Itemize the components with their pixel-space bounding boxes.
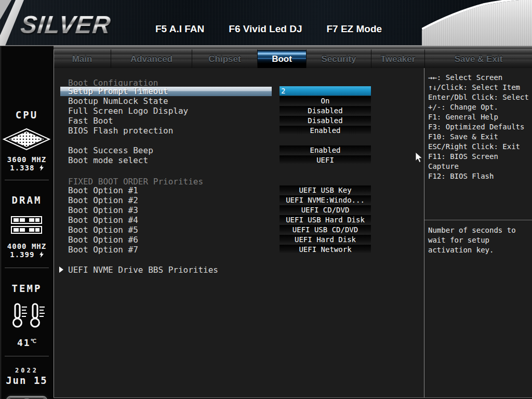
setting-row-setup-prompt-timeout[interactable]: Setup Prompt Timeout 2: [54, 86, 424, 96]
setting-description: Number of seconds to wait for setup acti…: [428, 225, 528, 255]
help-key: ↑↓/Click: Select Item: [428, 83, 530, 92]
setting-value[interactable]: Disabled: [280, 106, 371, 115]
menu-tabbar: Main Advanced Chipset Boot Security Twea…: [54, 49, 532, 68]
help-key: F3: Optimized Defaults: [428, 122, 530, 132]
setting-row-boot-mode-select[interactable]: Boot mode select UEFI: [54, 155, 424, 165]
cpu-frequency: 3600 MHZ: [0, 155, 54, 164]
setting-value[interactable]: Disabled: [280, 116, 371, 125]
tab-save-exit[interactable]: Save & Exit: [424, 49, 532, 68]
ram-icon: [0, 215, 54, 236]
mouse-cursor-icon: [415, 152, 423, 163]
banner-hotkeys: F5 A.I FAN F6 Vivid Led DJ F7 EZ Mode: [155, 23, 382, 35]
cpu-voltage: 1.338: [0, 164, 54, 172]
help-key: F12: BIOS Flash: [428, 171, 530, 181]
lightning-bolt-icon: [39, 251, 44, 258]
bios-setup-screen: SILVER F5 A.I FAN F6 Vivid Led DJ F7 EZ …: [0, 0, 532, 399]
setting-value[interactable]: Enabled: [280, 145, 371, 155]
tabbar-top-strip: [54, 46, 532, 49]
help-key: +/-: Change Opt.: [428, 102, 530, 112]
f7-ez-mode-button[interactable]: F7 EZ Mode: [326, 23, 382, 35]
content-left-border: [54, 49, 54, 398]
silver-logo: SILVER: [19, 10, 112, 39]
tab-advanced[interactable]: Advanced: [111, 49, 192, 68]
date-year: 2022: [0, 367, 54, 374]
help-panel-border: [424, 68, 424, 398]
top-banner: SILVER F5 A.I FAN F6 Vivid Led DJ F7 EZ …: [0, 0, 532, 46]
dram-voltage: 1.399: [0, 250, 54, 259]
lightning-bolt-icon: [39, 165, 44, 171]
hardware-monitor-sidebar: CPU 3600 MHZ 1.338 DRAM: [0, 46, 54, 399]
setting-value[interactable]: UEFI Network: [280, 245, 371, 254]
setting-row-boot-option-2[interactable]: Boot Option #2 UEFI NVME:Windo...: [54, 195, 424, 205]
cpu-section-title: CPU: [0, 109, 54, 121]
content-bottom-border: [54, 397, 532, 398]
help-panel-divider: [424, 220, 532, 220]
setting-value[interactable]: UEFI USB CD/DVD: [280, 225, 371, 234]
setting-row-fullscreen-logo[interactable]: Full Screen Logo Display Disabled: [54, 106, 424, 116]
sidebar-divider: [5, 356, 49, 356]
setting-row-boot-option-1[interactable]: Boot Option #1 UEFI USB Key: [54, 185, 424, 195]
dram-section-title: DRAM: [0, 194, 54, 206]
setting-value[interactable]: UEFI USB Key: [280, 185, 371, 195]
setting-row-bootup-numlock[interactable]: Bootup NumLock State On: [54, 96, 424, 106]
dram-frequency: 4000 MHZ: [0, 242, 54, 250]
setting-value[interactable]: UEFI CD/DVD: [280, 205, 371, 215]
setting-row-boot-option-7[interactable]: Boot Option #7 UEFI Network: [54, 245, 424, 255]
setting-value[interactable]: UEFI: [280, 155, 371, 165]
f6-vivid-led-dj-button[interactable]: F6 Vivid Led DJ: [229, 23, 302, 35]
setting-row-boot-option-4[interactable]: Boot Option #4 UEFI USB Hard Disk: [54, 215, 424, 225]
setting-value[interactable]: UEFI Hard Disk: [280, 235, 371, 244]
submenu-uefi-nvme-bbs-priorities[interactable]: UEFI NVME Drive BBS Priorities: [54, 265, 424, 275]
brushed-metal-decoration: [422, 0, 532, 46]
setting-value[interactable]: On: [280, 96, 371, 105]
help-key: F11: BIOS Screen Capture: [428, 152, 530, 171]
setting-row-bios-flash-protection[interactable]: BIOS Flash protection Enabled: [54, 126, 424, 136]
thermometer-icon: [0, 303, 54, 329]
tab-tweaker[interactable]: Tweaker: [371, 49, 424, 68]
setting-row-boot-option-5[interactable]: Boot Option #5 UEFI USB CD/DVD: [54, 225, 424, 235]
setting-row-boot-option-3[interactable]: Boot Option #3 UEFI CD/DVD: [54, 205, 424, 215]
cpu-chip-icon: [0, 128, 54, 150]
sidebar-divider: [5, 268, 49, 268]
setting-value[interactable]: UEFI USB Hard Disk: [280, 215, 371, 224]
help-key-list: →←: Select Screen ↑↓/Click: Select Item …: [428, 73, 530, 181]
help-key: Enter/Dbl Click: Select: [428, 92, 530, 102]
boot-settings-panel: Boot Configuration Setup Prompt Timeout …: [54, 68, 424, 398]
tab-chipset[interactable]: Chipset: [192, 49, 257, 68]
help-key: →←: Select Screen: [428, 73, 530, 83]
help-key: F1: General Help: [428, 112, 530, 122]
setting-value[interactable]: 2: [280, 86, 371, 96]
setting-row-fast-boot[interactable]: Fast Boot Disabled: [54, 116, 424, 126]
setting-row-boot-option-6[interactable]: Boot Option #6 UEFI Hard Disk: [54, 235, 424, 245]
help-panel: →←: Select Screen ↑↓/Click: Select Item …: [424, 68, 532, 398]
help-key: ESC/Right Click: Exit: [428, 142, 530, 152]
celsius-unit: ℃: [31, 338, 36, 344]
temp-section-title: TEMP: [0, 283, 54, 294]
sidebar-divider: [5, 180, 49, 180]
setting-value[interactable]: UEFI NVME:Windo...: [280, 195, 371, 205]
setting-value[interactable]: Enabled: [280, 126, 371, 135]
f5-ai-fan-button[interactable]: F5 A.I FAN: [155, 23, 204, 35]
tab-security[interactable]: Security: [306, 49, 371, 68]
temperature-value: 41℃: [0, 337, 54, 348]
tab-main[interactable]: Main: [54, 49, 111, 68]
help-key: F10: Save & Exit: [428, 132, 530, 142]
setting-row-boot-success-beep[interactable]: Boot Success Beep Enabled: [54, 145, 424, 155]
flip-clock: 16 08: [6, 396, 47, 399]
tab-boot[interactable]: Boot: [257, 49, 306, 68]
triangle-right-icon: [59, 267, 63, 273]
date-monthday: Jun 15: [0, 375, 54, 386]
